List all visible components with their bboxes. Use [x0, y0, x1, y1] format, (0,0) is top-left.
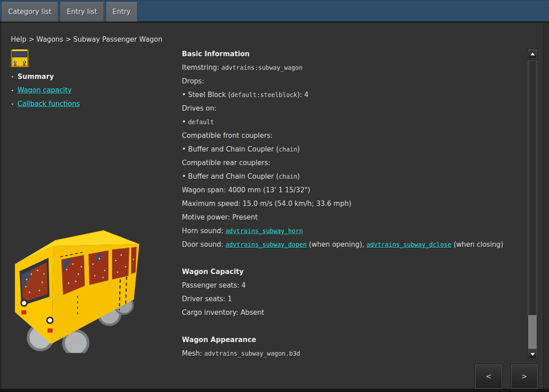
breadcrumb: Help > Wagons > Subway Passenger Wagon	[11, 35, 162, 44]
content-line: Motive power: Present	[182, 211, 525, 224]
content-text: Wagon Capacity	[182, 268, 244, 276]
content-text: default:steelblock	[231, 91, 297, 98]
content-line: Mesh: advtrains_subway_wagon.b3d	[182, 347, 525, 360]
content-line: Wagon span: 4000 mm (13' 1 15/32")	[182, 183, 525, 197]
content-line: Driver seats: 1	[182, 292, 525, 306]
content-text: Wagon Appearance	[182, 336, 256, 344]
panel-right-edge	[543, 23, 549, 389]
content-lines: Basic InformationItemstring: advtrains:s…	[182, 47, 525, 360]
previous-entry-button[interactable]: <	[475, 364, 502, 389]
content-line: • Buffer and Chain Coupler (chain)	[182, 170, 525, 183]
table-of-contents: • Summary • Wagon capacity • Callback fu…	[11, 70, 80, 111]
content-text: advtrains_subway_wagon.b3d	[204, 350, 300, 357]
panel-left-edge	[0, 23, 1, 389]
toc-item-link[interactable]: Wagon capacity	[18, 86, 72, 94]
bullet-icon: •	[11, 98, 15, 111]
content-text: • Buffer and Chain Coupler (	[182, 172, 279, 181]
content-text: Compatible rear couplers:	[182, 159, 270, 167]
toc-item-callback-functions: • Callback functions	[11, 97, 80, 111]
content-text: advtrains:subway_wagon	[221, 64, 303, 71]
content-text: Mesh:	[182, 349, 204, 358]
content-text: (when opening),	[307, 240, 367, 249]
content-text: )	[297, 145, 300, 153]
content-text: default	[188, 118, 214, 126]
content-line: Basic Information	[182, 47, 525, 61]
content-text: Horn sound:	[182, 227, 225, 235]
entry-text: Basic InformationItemstring: advtrains:s…	[182, 47, 525, 360]
content-line: Cargo inventory: Absent	[182, 306, 525, 319]
content-text: Motive power: Present	[182, 213, 258, 221]
content-text: Itemstring:	[182, 64, 221, 72]
content-line: Wagon Capacity	[182, 265, 525, 279]
toc-item-wagon-capacity: • Wagon capacity	[11, 83, 80, 97]
tab-entry[interactable]: Entry	[106, 1, 137, 22]
content-text: Cargo inventory: Absent	[182, 309, 264, 317]
help-window: { "tabs": [ { "label": "Category list", …	[0, 0, 549, 392]
content-text: Passenger seats: 4	[182, 281, 246, 289]
window-titlebar: Category list Entry list Entry	[0, 0, 549, 23]
content-text: Basic Information	[182, 50, 250, 58]
toc-item-label: Summary	[18, 73, 54, 81]
content-text: Compatible front couplers:	[182, 132, 273, 140]
content-text: Door sound:	[182, 240, 225, 249]
triangle-up-icon	[530, 53, 535, 55]
content-line: Compatible front couplers:	[182, 129, 525, 142]
content-text: • Steel Block (	[182, 91, 231, 99]
scroll-up-button[interactable]	[528, 49, 537, 59]
panel-bottom-edge	[0, 389, 549, 392]
scrollbar-thumb[interactable]	[528, 60, 537, 315]
content-line	[182, 251, 525, 265]
toc-item-link[interactable]: Callback functions	[18, 100, 80, 108]
content-line: Wagon Appearance	[182, 333, 525, 347]
wagon-3d-render	[15, 228, 141, 353]
content-text: (when closing)	[451, 240, 503, 249]
content-line: Horn sound: advtrains_subway_horn	[182, 224, 525, 238]
tab-category-list[interactable]: Category list	[1, 1, 58, 22]
content-line: • Steel Block (default:steelblock): 4	[182, 88, 525, 102]
bullet-icon: •	[11, 70, 15, 84]
content-text: )	[297, 172, 300, 181]
content-line: • Buffer and Chain Coupler (chain)	[182, 142, 525, 156]
toc-item-summary: • Summary	[11, 70, 80, 83]
sound-link[interactable]: advtrains_subway_dclose	[367, 241, 451, 248]
content-text: Maximum speed: 15.0 m/s (54.0 km/h; 33.6…	[182, 200, 352, 208]
wagon-item-icon	[11, 49, 29, 67]
content-text: chain	[279, 146, 297, 153]
content-line: Maximum speed: 15.0 m/s (54.0 km/h; 33.6…	[182, 197, 525, 211]
tab-entry-list[interactable]: Entry list	[60, 1, 104, 22]
bullet-icon: •	[11, 84, 15, 98]
scrollbar-track[interactable]	[528, 315, 537, 349]
content-text: Drives on:	[182, 104, 216, 113]
sound-link[interactable]: advtrains_subway_dopen	[225, 241, 307, 248]
content-text: Drops:	[182, 77, 204, 85]
content-text: • Buffer and Chain Coupler (	[182, 145, 279, 153]
triangle-down-icon	[530, 353, 535, 356]
sound-link[interactable]: advtrains_subway_horn	[225, 227, 303, 235]
content-text: Driver seats: 1	[182, 295, 232, 303]
content-line: • default	[182, 115, 525, 129]
content-text: ): 4	[297, 91, 309, 99]
content-text: Wagon span: 4000 mm (13' 1 15/32")	[182, 186, 310, 194]
content-text: chain	[279, 173, 297, 180]
content-line	[182, 319, 525, 333]
content-line: Itemstring: advtrains:subway_wagon	[182, 61, 525, 74]
content-line: Compatible rear couplers:	[182, 156, 525, 170]
entry-scrollbar[interactable]	[528, 49, 537, 359]
content-text: •	[182, 118, 188, 126]
content-line: Passenger seats: 4	[182, 279, 525, 292]
scroll-down-button[interactable]	[528, 349, 537, 359]
content-line: Drives on:	[182, 102, 525, 115]
next-entry-button[interactable]: >	[511, 364, 538, 389]
tab-bar: Category list Entry list Entry	[1, 1, 137, 22]
content-line: Drops:	[182, 74, 525, 88]
content-line: Door sound: advtrains_subway_dopen (when…	[182, 238, 525, 251]
